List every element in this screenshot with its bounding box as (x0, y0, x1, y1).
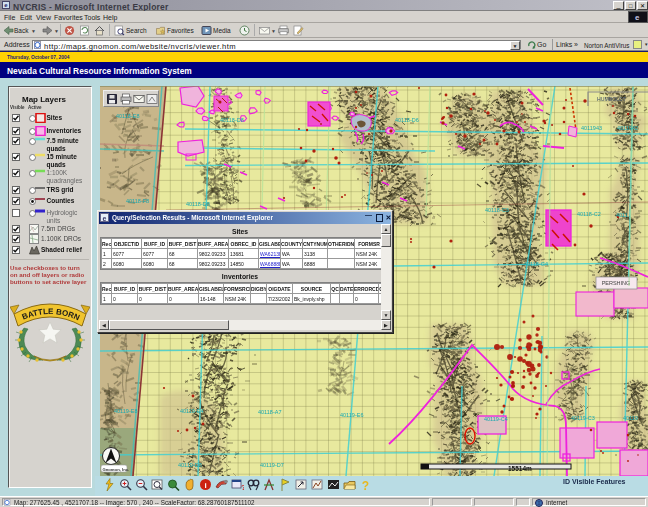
svg-text:Gnomon, Inc.: Gnomon, Inc. (103, 467, 130, 472)
svg-text:40119-D8: 40119-D8 (178, 462, 202, 468)
svg-text:40119-E4: 40119-E4 (180, 408, 203, 414)
svg-text:40119-E8: 40119-E8 (114, 408, 137, 414)
svg-text:40119: 40119 (623, 415, 638, 421)
svg-text:?: ? (241, 483, 244, 492)
svg-text:PERSHING: PERSHING (602, 280, 631, 286)
svg-text:40118-F8: 40118-F8 (126, 198, 149, 204)
svg-text:?: ? (362, 479, 369, 492)
svg-text:i: i (204, 480, 206, 489)
svg-text:40119-E6: 40119-E6 (340, 412, 363, 418)
svg-text:15514m: 15514m (508, 465, 532, 472)
svg-text:40118-D6: 40118-D6 (395, 117, 419, 123)
svg-text:4011942: 4011942 (617, 125, 638, 131)
svg-text:40118-D8: 40118-D8 (220, 117, 244, 123)
svg-text:40118-A7: 40118-A7 (258, 409, 281, 415)
svg-text:40118-C2: 40118-C2 (577, 211, 601, 217)
svg-text:40119-C4: 40119-C4 (484, 416, 508, 422)
svg-text:40118-G4: 40118-G4 (524, 261, 548, 267)
svg-text:HUMBOLDT: HUMBOLDT (597, 96, 627, 102)
svg-text:40119-D7: 40119-D7 (260, 462, 284, 468)
svg-text:40118-D8: 40118-D8 (186, 201, 210, 207)
svg-text:40118-E8: 40118-E8 (116, 113, 139, 119)
svg-text:40119-C3: 40119-C3 (571, 415, 595, 421)
svg-text:4011943: 4011943 (581, 125, 602, 131)
svg-text:40118-C3: 40118-C3 (485, 207, 509, 213)
svg-text:4011: 4011 (616, 212, 628, 218)
